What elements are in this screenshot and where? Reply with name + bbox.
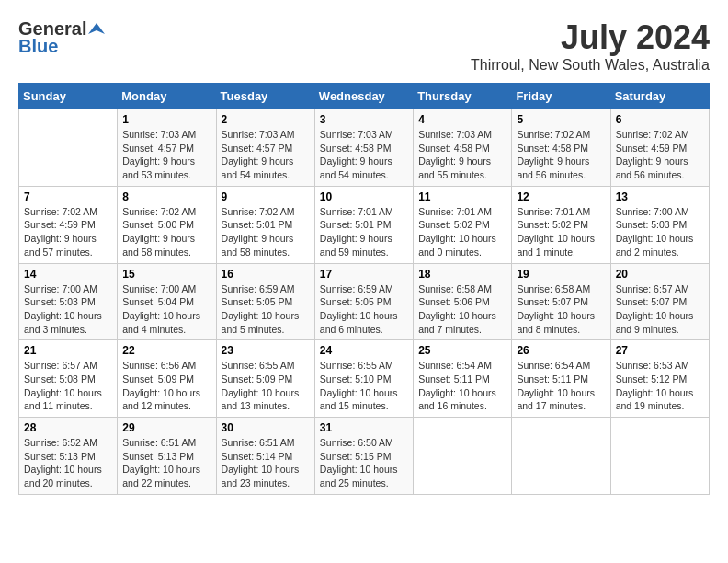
day-number: 4 — [418, 113, 506, 126]
day-number: 19 — [517, 268, 605, 281]
header: General Blue July 2024 Thirroul, New Sou… — [18, 18, 710, 74]
day-cell: 31Sunrise: 6:50 AM Sunset: 5:15 PM Dayli… — [314, 418, 413, 495]
day-info: Sunrise: 6:58 AM Sunset: 5:06 PM Dayligh… — [418, 282, 506, 337]
day-number: 14 — [24, 268, 112, 281]
day-cell: 15Sunrise: 7:00 AM Sunset: 5:04 PM Dayli… — [118, 263, 216, 340]
day-info: Sunrise: 7:03 AM Sunset: 4:57 PM Dayligh… — [122, 128, 210, 182]
day-info: Sunrise: 6:53 AM Sunset: 5:12 PM Dayligh… — [616, 359, 704, 413]
day-info: Sunrise: 6:51 AM Sunset: 5:13 PM Dayligh… — [122, 436, 210, 490]
day-cell: 20Sunrise: 6:57 AM Sunset: 5:07 PM Dayli… — [610, 263, 709, 340]
week-row-5: 28Sunrise: 6:52 AM Sunset: 5:13 PM Dayli… — [19, 418, 710, 495]
day-cell: 8Sunrise: 7:02 AM Sunset: 5:00 PM Daylig… — [118, 186, 216, 263]
day-number: 8 — [122, 190, 210, 203]
day-number: 6 — [616, 113, 704, 126]
day-cell — [512, 418, 610, 495]
logo-bird-icon — [88, 21, 105, 38]
day-cell — [19, 109, 118, 187]
day-number: 26 — [517, 344, 605, 357]
day-number: 2 — [222, 113, 310, 126]
day-info: Sunrise: 6:55 AM Sunset: 5:10 PM Dayligh… — [320, 359, 408, 413]
day-header-saturday: Saturday — [610, 84, 709, 109]
day-cell — [610, 418, 709, 495]
day-cell: 12Sunrise: 7:01 AM Sunset: 5:02 PM Dayli… — [512, 186, 610, 263]
day-info: Sunrise: 6:55 AM Sunset: 5:09 PM Dayligh… — [222, 359, 310, 413]
logo-blue: Blue — [18, 36, 58, 57]
day-number: 7 — [24, 190, 112, 203]
day-info: Sunrise: 7:02 AM Sunset: 5:00 PM Dayligh… — [122, 205, 210, 259]
day-cell: 28Sunrise: 6:52 AM Sunset: 5:13 PM Dayli… — [19, 418, 118, 495]
day-cell: 3Sunrise: 7:03 AM Sunset: 4:58 PM Daylig… — [314, 109, 413, 187]
day-cell: 11Sunrise: 7:01 AM Sunset: 5:02 PM Dayli… — [414, 186, 512, 263]
day-number: 13 — [616, 190, 704, 203]
day-info: Sunrise: 7:02 AM Sunset: 4:59 PM Dayligh… — [24, 205, 112, 259]
day-info: Sunrise: 6:54 AM Sunset: 5:11 PM Dayligh… — [418, 359, 506, 413]
day-cell: 7Sunrise: 7:02 AM Sunset: 4:59 PM Daylig… — [19, 186, 118, 263]
svg-marker-0 — [88, 23, 105, 34]
days-header-row: SundayMondayTuesdayWednesdayThursdayFrid… — [19, 84, 710, 109]
day-number: 18 — [418, 268, 506, 281]
day-info: Sunrise: 6:54 AM Sunset: 5:11 PM Dayligh… — [517, 359, 605, 413]
day-number: 31 — [320, 421, 408, 434]
day-header-sunday: Sunday — [19, 84, 118, 109]
day-number: 11 — [418, 190, 506, 203]
day-cell: 26Sunrise: 6:54 AM Sunset: 5:11 PM Dayli… — [512, 340, 610, 418]
day-cell: 29Sunrise: 6:51 AM Sunset: 5:13 PM Dayli… — [118, 418, 216, 495]
day-cell: 4Sunrise: 7:03 AM Sunset: 4:58 PM Daylig… — [414, 109, 512, 187]
day-number: 17 — [320, 268, 408, 281]
day-number: 5 — [517, 113, 605, 126]
week-row-4: 21Sunrise: 6:57 AM Sunset: 5:08 PM Dayli… — [19, 340, 710, 418]
day-number: 24 — [320, 344, 408, 357]
day-number: 1 — [122, 113, 210, 126]
day-number: 21 — [24, 344, 112, 357]
logo: General Blue — [18, 18, 105, 57]
day-cell: 30Sunrise: 6:51 AM Sunset: 5:14 PM Dayli… — [216, 418, 314, 495]
day-info: Sunrise: 7:00 AM Sunset: 5:04 PM Dayligh… — [122, 282, 210, 337]
day-info: Sunrise: 6:52 AM Sunset: 5:13 PM Dayligh… — [24, 436, 112, 490]
day-cell: 17Sunrise: 6:59 AM Sunset: 5:05 PM Dayli… — [314, 263, 413, 340]
day-cell: 2Sunrise: 7:03 AM Sunset: 4:57 PM Daylig… — [216, 109, 314, 187]
day-info: Sunrise: 7:02 AM Sunset: 4:58 PM Dayligh… — [517, 128, 605, 182]
day-number: 28 — [24, 421, 112, 434]
day-header-wednesday: Wednesday — [314, 84, 413, 109]
day-info: Sunrise: 6:51 AM Sunset: 5:14 PM Dayligh… — [222, 436, 310, 490]
day-number: 16 — [222, 268, 310, 281]
day-cell: 6Sunrise: 7:02 AM Sunset: 4:59 PM Daylig… — [610, 109, 709, 187]
day-header-monday: Monday — [118, 84, 216, 109]
month-title: July 2024 — [471, 18, 710, 57]
day-number: 9 — [222, 190, 310, 203]
day-info: Sunrise: 6:58 AM Sunset: 5:07 PM Dayligh… — [517, 282, 605, 337]
day-cell: 25Sunrise: 6:54 AM Sunset: 5:11 PM Dayli… — [414, 340, 512, 418]
day-info: Sunrise: 6:59 AM Sunset: 5:05 PM Dayligh… — [320, 282, 408, 337]
week-row-1: 1Sunrise: 7:03 AM Sunset: 4:57 PM Daylig… — [19, 109, 710, 187]
day-info: Sunrise: 7:00 AM Sunset: 5:03 PM Dayligh… — [616, 205, 704, 259]
day-info: Sunrise: 6:56 AM Sunset: 5:09 PM Dayligh… — [122, 359, 210, 413]
day-cell: 27Sunrise: 6:53 AM Sunset: 5:12 PM Dayli… — [610, 340, 709, 418]
day-number: 25 — [418, 344, 506, 357]
day-cell: 21Sunrise: 6:57 AM Sunset: 5:08 PM Dayli… — [19, 340, 118, 418]
day-info: Sunrise: 7:03 AM Sunset: 4:58 PM Dayligh… — [320, 128, 408, 182]
day-cell: 9Sunrise: 7:02 AM Sunset: 5:01 PM Daylig… — [216, 186, 314, 263]
day-info: Sunrise: 7:03 AM Sunset: 4:58 PM Dayligh… — [418, 128, 506, 182]
day-cell: 22Sunrise: 6:56 AM Sunset: 5:09 PM Dayli… — [118, 340, 216, 418]
day-cell: 14Sunrise: 7:00 AM Sunset: 5:03 PM Dayli… — [19, 263, 118, 340]
day-info: Sunrise: 7:00 AM Sunset: 5:03 PM Dayligh… — [24, 282, 112, 337]
day-header-tuesday: Tuesday — [216, 84, 314, 109]
day-info: Sunrise: 7:01 AM Sunset: 5:02 PM Dayligh… — [418, 205, 506, 259]
day-number: 12 — [517, 190, 605, 203]
day-info: Sunrise: 7:02 AM Sunset: 5:01 PM Dayligh… — [222, 205, 310, 259]
day-cell — [414, 418, 512, 495]
day-info: Sunrise: 6:57 AM Sunset: 5:07 PM Dayligh… — [616, 282, 704, 337]
day-info: Sunrise: 7:02 AM Sunset: 4:59 PM Dayligh… — [616, 128, 704, 182]
day-cell: 19Sunrise: 6:58 AM Sunset: 5:07 PM Dayli… — [512, 263, 610, 340]
day-info: Sunrise: 7:01 AM Sunset: 5:02 PM Dayligh… — [517, 205, 605, 259]
day-cell: 24Sunrise: 6:55 AM Sunset: 5:10 PM Dayli… — [314, 340, 413, 418]
day-number: 15 — [122, 268, 210, 281]
day-cell: 13Sunrise: 7:00 AM Sunset: 5:03 PM Dayli… — [610, 186, 709, 263]
week-row-2: 7Sunrise: 7:02 AM Sunset: 4:59 PM Daylig… — [19, 186, 710, 263]
day-number: 23 — [222, 344, 310, 357]
day-number: 3 — [320, 113, 408, 126]
day-info: Sunrise: 6:50 AM Sunset: 5:15 PM Dayligh… — [320, 436, 408, 490]
day-cell: 1Sunrise: 7:03 AM Sunset: 4:57 PM Daylig… — [118, 109, 216, 187]
day-info: Sunrise: 6:59 AM Sunset: 5:05 PM Dayligh… — [222, 282, 310, 337]
day-cell: 10Sunrise: 7:01 AM Sunset: 5:01 PM Dayli… — [314, 186, 413, 263]
